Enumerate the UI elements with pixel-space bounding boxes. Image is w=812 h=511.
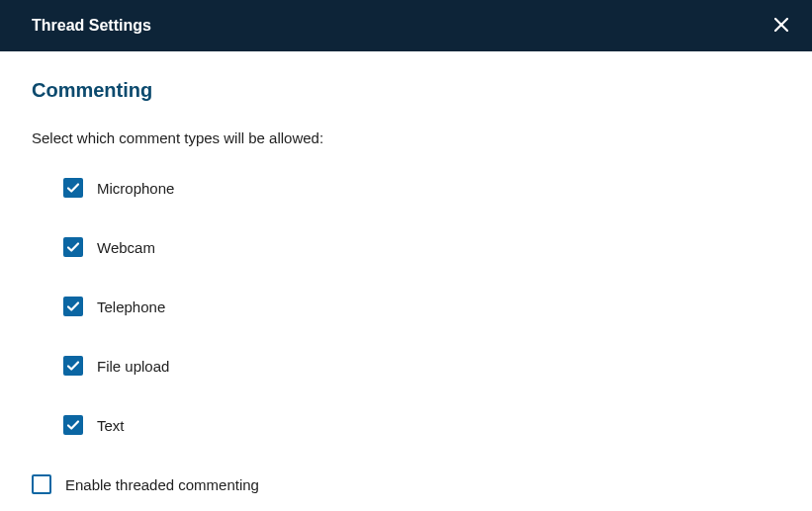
option-microphone: Microphone [63,178,780,198]
close-icon[interactable] [770,13,792,39]
option-label: Webcam [97,239,155,256]
check-icon [66,418,80,432]
option-threaded-commenting: Enable threaded commenting [32,474,780,494]
modal-header: Thread Settings [0,0,812,51]
checkbox-webcam[interactable] [63,237,83,257]
check-icon [66,299,80,313]
option-telephone: Telephone [63,297,780,316]
option-label: Microphone [97,180,174,197]
option-label: Telephone [97,298,165,315]
option-label: File upload [97,358,169,375]
option-text: Text [63,415,780,435]
comment-type-list: Microphone Webcam Telephone File upload [32,178,780,435]
option-label: Text [97,417,125,434]
modal-title: Thread Settings [32,17,151,35]
checkbox-file-upload[interactable] [63,356,83,376]
check-icon [66,181,80,195]
option-file-upload: File upload [63,356,780,376]
modal-body: Commenting Select which comment types wi… [0,51,812,511]
checkbox-threaded-commenting[interactable] [32,474,51,494]
checkbox-microphone[interactable] [63,178,83,198]
checkbox-text[interactable] [63,415,83,435]
check-icon [66,359,80,373]
check-icon [66,240,80,254]
option-webcam: Webcam [63,237,780,257]
option-label: Enable threaded commenting [65,476,259,493]
section-heading: Commenting [32,79,780,102]
section-description: Select which comment types will be allow… [32,129,780,146]
checkbox-telephone[interactable] [63,297,83,316]
